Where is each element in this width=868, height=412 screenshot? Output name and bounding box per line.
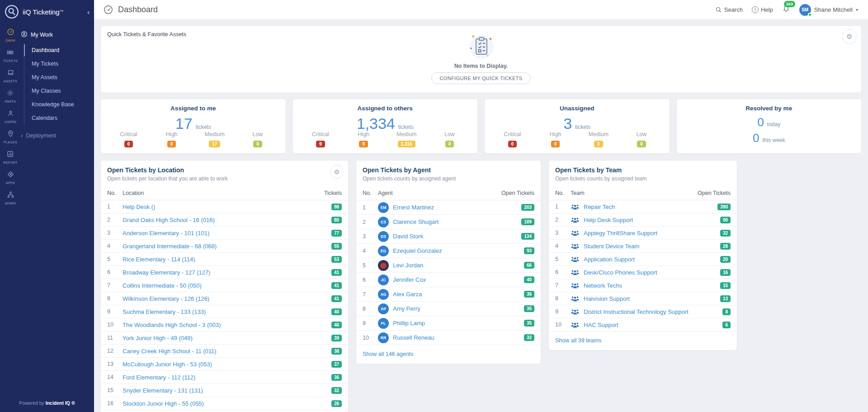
team-link[interactable]: Network Techs <box>584 282 720 289</box>
agent-link[interactable]: Clarence Shugart <box>393 218 521 225</box>
rail-item-admin[interactable]: ADMIN <box>5 191 16 205</box>
open-ticket-count-badge: 13 <box>720 295 731 302</box>
priority-badge: 0 <box>253 141 262 147</box>
team-link[interactable]: District Instructional Technology Suppor… <box>584 308 722 315</box>
rail-item-parts[interactable]: PARTS <box>5 89 16 103</box>
table-row: 6 Desk/Cisco Phones Support 16 <box>549 266 737 279</box>
laptop-icon <box>7 69 14 78</box>
location-link[interactable]: Grand Oaks High School - 16 (016) <box>123 217 331 223</box>
open-ticket-count-badge: 8 <box>722 308 731 315</box>
rail-item-report[interactable]: REPORT <box>3 150 17 164</box>
location-link[interactable]: Rice Elementary - 114 (114) <box>123 256 331 263</box>
location-link[interactable]: Ford Elementary - 112 (112) <box>123 374 331 381</box>
team-link[interactable]: Student Device Team <box>584 243 720 250</box>
team-link[interactable]: Application Support <box>584 256 720 263</box>
table-row: 17 Cox Intermediate - 77 (077) 22 <box>101 410 348 412</box>
location-link[interactable]: McCullough Junior High - 53 (053) <box>123 361 331 368</box>
sidebar-menu-item[interactable]: My Tickets <box>24 57 91 71</box>
team-group-icon <box>571 217 580 223</box>
location-link[interactable]: Stockton Junior High - 55 (055) <box>123 400 331 407</box>
user-name: Shane Mitchell <box>814 6 853 13</box>
table-row: 12 Caney Creek High School - 11 (011) 38 <box>101 345 348 358</box>
quick-tickets-settings-button[interactable]: ⚙ <box>842 29 857 44</box>
sidebar-menu-item[interactable]: Dashboard <box>24 43 91 57</box>
team-link[interactable]: HAC Support <box>584 322 722 328</box>
notifications-button[interactable]: 343 <box>782 5 790 14</box>
gauge-icon <box>103 5 113 15</box>
agent-link[interactable]: Jennifer Cox <box>393 276 524 283</box>
table-row: 16 Stockton Junior High - 55 (055) 26 <box>101 397 348 410</box>
agent-link[interactable]: Ezequiel Gonzalez <box>393 247 524 254</box>
empty-state-text: No Items to Display. <box>454 63 508 69</box>
agent-table-body: 1 EM Ernest Martinez 203 2 CS Clarence S… <box>356 200 541 345</box>
priority-cell: Low0 <box>236 131 279 147</box>
location-link[interactable]: The Woodlands High School - 3 (003) <box>123 322 331 328</box>
agent-link[interactable]: David Stork <box>393 233 521 240</box>
show-all-teams-link[interactable]: Show all 39 teams <box>549 331 737 350</box>
agent-avatar: CS <box>378 217 389 227</box>
location-link[interactable]: Grangerland Intermediate - 68 (068) <box>123 243 331 250</box>
user-menu[interactable]: SM Shane Mitchell ▾ <box>799 4 858 16</box>
team-link[interactable]: Repair Tech <box>584 204 717 210</box>
team-link[interactable]: Help Desk Support <box>584 217 720 223</box>
my-work-header[interactable]: My Work <box>21 29 91 43</box>
team-link[interactable]: Haivision Support <box>584 295 720 302</box>
open-ticket-count-badge: 203 <box>521 204 534 211</box>
location-panel-settings-button[interactable]: ⚙ <box>330 165 344 179</box>
show-all-agents-link[interactable]: Show all 146 agents <box>356 345 541 364</box>
rail-item-places[interactable]: PLACES <box>4 130 17 144</box>
table-row: 10 HAC Support 6 <box>549 318 737 331</box>
rail-item-dash[interactable]: DASH <box>5 28 15 42</box>
table-row: 3 Anderson Elementary - 101 (101) 77 <box>101 227 348 240</box>
location-link[interactable]: Help Desk () <box>123 204 331 210</box>
open-ticket-count-badge: 35 <box>524 320 534 327</box>
team-group-icon <box>571 256 580 263</box>
open-tickets-by-team-panel: Open Tickets by Team Open tickets counts… <box>548 160 737 350</box>
sidebar-menu-item[interactable]: My Classes <box>24 84 91 98</box>
table-row: 1 EM Ernest Martinez 203 <box>356 200 541 215</box>
agent-link[interactable]: Levi Jordan <box>393 262 524 269</box>
rail-item-users[interactable]: USERS <box>5 109 16 123</box>
my-work-items: Dashboard My Tickets My Assets My Classe… <box>24 43 91 125</box>
rail-item-assets[interactable]: ASSETS <box>4 69 17 83</box>
rail-item-tickets[interactable]: TICKETS <box>3 48 18 62</box>
configure-quick-tickets-button[interactable]: CONFIGURE MY QUICK TICKETS <box>431 72 531 84</box>
location-link[interactable]: Broadway Elementary - 127 (127) <box>123 269 331 276</box>
agent-link[interactable]: Phillip Lamp <box>393 320 524 327</box>
table-row: 4 Student Device Team 28 <box>549 240 737 253</box>
location-link[interactable]: Anderson Elementary - 101 (101) <box>123 230 331 237</box>
location-link[interactable]: Collins Intermediate - 50 (050) <box>123 282 331 289</box>
location-link[interactable]: Suchma Elementary - 133 (133) <box>123 308 331 315</box>
agent-link[interactable]: Ernest Martinez <box>393 204 521 211</box>
sidebar-item-deployment[interactable]: › Deployment <box>21 125 91 139</box>
top-bar: Dashboard Search ? Help 343 SM Shane Mit… <box>94 0 868 20</box>
agent-link[interactable]: Alex Garza <box>393 291 524 298</box>
sidebar-collapse-icon[interactable]: ‹ <box>85 8 91 16</box>
table-row: 2 Grand Oaks High School - 16 (016) 80 <box>101 213 348 227</box>
agent-link[interactable]: Russell Reneau <box>393 334 524 341</box>
my-work-menu: My Work Dashboard My Tickets My Assets M… <box>21 26 94 396</box>
sidebar-menu-item[interactable]: Knowledge Base <box>24 98 91 111</box>
location-link[interactable]: Wilkinson Elementary - 126 (126) <box>123 295 331 302</box>
location-link[interactable]: Caney Creek High School - 11 (011) <box>123 348 331 355</box>
location-link[interactable]: York Junior High - 49 (049) <box>123 335 331 341</box>
search-button[interactable]: Search <box>715 6 743 13</box>
location-table-body: 1 Help Desk () 98 2 Grand Oaks High Scho… <box>101 200 348 412</box>
rail-item-apps[interactable]: APPS <box>6 170 15 185</box>
priority-badge: 0 <box>167 141 176 147</box>
gauge-icon <box>7 28 14 38</box>
help-button[interactable]: ? Help <box>752 6 773 13</box>
team-table-body: 1 Repair Tech 390 <box>549 200 737 331</box>
iiq-logo-icon <box>5 5 19 19</box>
gear-icon: ⚙ <box>334 168 340 175</box>
sidebar-menu-item[interactable]: Calendars <box>24 111 91 125</box>
priority-cell: Medium3 <box>577 131 620 147</box>
sidebar: iiQ TicketingTM ‹ DASH TICKETS ASSETS <box>0 0 94 412</box>
table-row: 8 Wilkinson Elementary - 126 (126) 41 <box>101 292 348 305</box>
team-link[interactable]: Apptegy ThrillShare Support <box>584 230 720 237</box>
team-link[interactable]: Desk/Cisco Phones Support <box>584 269 720 276</box>
sidebar-menu-item[interactable]: My Assets <box>24 71 91 84</box>
location-link[interactable]: Snyder Elementary - 131 (131) <box>123 387 331 394</box>
agent-link[interactable]: Amy Perry <box>393 305 524 312</box>
open-ticket-count-badge: 32 <box>331 387 342 394</box>
